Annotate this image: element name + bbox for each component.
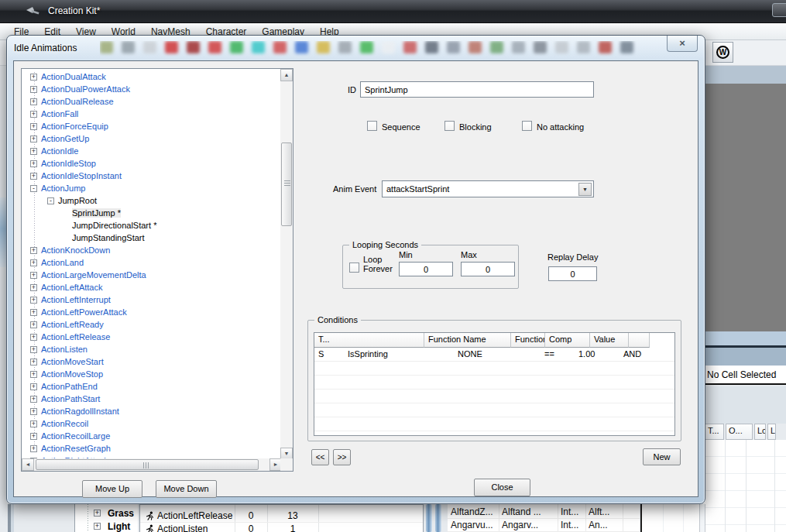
tree-item[interactable]: +ActionLeftAttack xyxy=(30,281,280,293)
expander-icon[interactable]: + xyxy=(30,259,37,266)
blocking-checkbox[interactable] xyxy=(444,121,455,131)
move-down-button[interactable]: Move Down xyxy=(156,480,217,498)
tree-item[interactable]: +ActionLand xyxy=(30,256,280,269)
animation-list-row[interactable]: ActionLeftRelease 0 13 xyxy=(140,510,424,523)
conditions-column-header[interactable]: T... xyxy=(314,333,424,348)
id-input[interactable] xyxy=(360,81,594,98)
object-tree-row[interactable]: + Light xyxy=(75,520,139,532)
expander-icon[interactable]: + xyxy=(30,297,37,304)
cell-view-column-header[interactable]: O... xyxy=(726,424,753,440)
expander-icon[interactable]: + xyxy=(30,309,37,316)
expander-icon[interactable]: + xyxy=(30,359,37,366)
tree-item[interactable]: +ActionGetUp xyxy=(30,132,280,145)
condition-row[interactable]: S IsSprinting NONE == 1.00 AND xyxy=(314,348,674,362)
cell-view-column-header[interactable]: Loc... xyxy=(754,424,766,440)
tree-item[interactable]: +ActionMoveStart xyxy=(30,355,280,368)
tree-item[interactable]: +ActionKnockDown xyxy=(30,244,280,256)
tree-item[interactable]: +ActionPathEnd xyxy=(30,380,280,393)
anim-event-combobox[interactable]: attackStartSprint ▼ xyxy=(382,180,594,197)
condition-next-button[interactable]: >> xyxy=(333,449,351,465)
expander-icon[interactable]: + xyxy=(30,396,37,403)
tree-item[interactable]: +ActionDualPowerAttack xyxy=(30,83,280,95)
conditions-column-header[interactable]: Value xyxy=(590,333,629,348)
no-attacking-checkbox[interactable] xyxy=(522,121,532,131)
expander-icon[interactable]: + xyxy=(30,346,37,353)
tree-item[interactable]: +ActionIdleStop xyxy=(30,157,280,170)
scrollbar-thumb[interactable] xyxy=(36,459,259,470)
min-input[interactable] xyxy=(399,262,453,276)
expander-icon[interactable]: + xyxy=(30,160,37,167)
cell-view-column-header[interactable]: L xyxy=(767,424,776,440)
expand-icon[interactable]: + xyxy=(94,523,101,530)
tree-item[interactable]: -JumpRoot xyxy=(47,194,280,207)
tree-item[interactable]: +ActionLeftRelease xyxy=(30,331,280,343)
expander-icon[interactable]: - xyxy=(47,197,54,204)
expander-icon[interactable]: + xyxy=(30,111,37,118)
expander-icon[interactable]: + xyxy=(30,136,37,142)
tree-item[interactable]: +ActionMoveStop xyxy=(30,368,280,380)
tree-item[interactable]: +ActionForceEquip xyxy=(30,120,280,132)
minimize-button-partial[interactable] xyxy=(772,3,786,17)
tree-item[interactable]: +ActionIdle xyxy=(30,145,280,157)
tree-item[interactable]: +ActionRagdollInstant xyxy=(30,405,280,417)
conditions-column-header[interactable]: Comp xyxy=(545,333,590,348)
conditions-column-header[interactable] xyxy=(629,333,645,348)
max-input[interactable] xyxy=(461,262,515,276)
dialog-close-button[interactable]: × xyxy=(667,36,698,52)
expander-icon[interactable]: + xyxy=(30,284,37,291)
tree-item[interactable]: +ActionLargeMovementDelta xyxy=(30,269,280,281)
tree-item[interactable]: +ActionDualAttack xyxy=(30,70,280,83)
tree-item[interactable]: +ActionIdleStopInstant xyxy=(30,170,280,182)
expander-icon[interactable]: + xyxy=(30,433,37,440)
tree-item[interactable]: +ActionRecoilLarge xyxy=(30,430,280,442)
expander-icon[interactable]: + xyxy=(30,272,37,279)
cell-list-row[interactable]: AlftandZ... Alftand ... Int... Alft... xyxy=(448,506,640,519)
tree-item[interactable]: SprintJump * xyxy=(72,207,280,219)
expander-icon[interactable]: + xyxy=(30,247,37,254)
scroll-up-icon[interactable]: ▲ xyxy=(280,69,293,81)
tree-item[interactable]: +ActionDualRelease xyxy=(30,95,280,108)
tree-item[interactable]: +ActionLeftReady xyxy=(30,318,280,331)
cell-view-column-header[interactable]: T... xyxy=(705,424,724,440)
tree-item[interactable]: +ActionListen xyxy=(30,343,280,355)
scroll-left-icon[interactable]: ◄ xyxy=(22,458,34,471)
expander-icon[interactable]: + xyxy=(30,173,37,180)
tree-item[interactable]: JumpDirectionalStart * xyxy=(72,219,280,232)
sequence-checkbox[interactable] xyxy=(367,121,377,131)
chevron-down-icon[interactable]: ▼ xyxy=(578,183,592,196)
expander-icon[interactable]: + xyxy=(30,383,37,390)
expander-icon[interactable]: + xyxy=(30,321,37,328)
replay-delay-input[interactable] xyxy=(548,266,597,281)
object-tree-row[interactable]: + Grass xyxy=(75,507,139,520)
expander-icon[interactable]: + xyxy=(30,148,37,155)
expander-icon[interactable]: - xyxy=(30,185,37,192)
tree-item[interactable]: -ActionJump xyxy=(30,182,280,194)
loop-forever-checkbox[interactable] xyxy=(349,263,359,273)
move-up-button[interactable]: Move Up xyxy=(82,480,142,498)
expander-icon[interactable]: + xyxy=(30,74,37,81)
cell-list-row[interactable]: Angarvu... Angarv... Int... An... xyxy=(448,519,640,532)
conditions-column-header[interactable]: Function Name xyxy=(424,333,511,348)
condition-prev-button[interactable]: << xyxy=(311,449,329,465)
conditions-column-header[interactable] xyxy=(645,333,650,348)
scrollbar-thumb[interactable] xyxy=(281,142,292,226)
new-condition-button[interactable]: New xyxy=(643,448,681,465)
expand-icon[interactable]: + xyxy=(94,510,101,517)
expander-icon[interactable]: + xyxy=(30,371,37,378)
conditions-column-header[interactable]: Function Info xyxy=(511,333,545,348)
tree-vertical-scrollbar[interactable]: ▲ ▼ xyxy=(280,69,293,460)
toolbar-w-button[interactable]: W xyxy=(712,42,733,63)
tree-item[interactable]: +ActionPathStart xyxy=(30,393,280,405)
tree-item[interactable]: +ActionResetGraph xyxy=(30,442,280,455)
tree-item[interactable]: +ActionLeftPowerAttack xyxy=(30,306,280,318)
expander-icon[interactable]: + xyxy=(30,123,37,130)
expander-icon[interactable]: + xyxy=(30,445,37,452)
tree-item[interactable]: JumpStandingStart xyxy=(72,232,280,244)
tree-item[interactable]: +ActionLeftInterrupt xyxy=(30,293,280,306)
expander-icon[interactable]: + xyxy=(30,334,37,341)
tree-horizontal-scrollbar[interactable]: ◄ ► xyxy=(22,458,282,471)
expander-icon[interactable]: + xyxy=(30,408,37,415)
expander-icon[interactable]: + xyxy=(30,420,37,427)
expander-icon[interactable]: + xyxy=(30,98,37,105)
tree-item[interactable]: +ActionFall xyxy=(30,108,280,120)
